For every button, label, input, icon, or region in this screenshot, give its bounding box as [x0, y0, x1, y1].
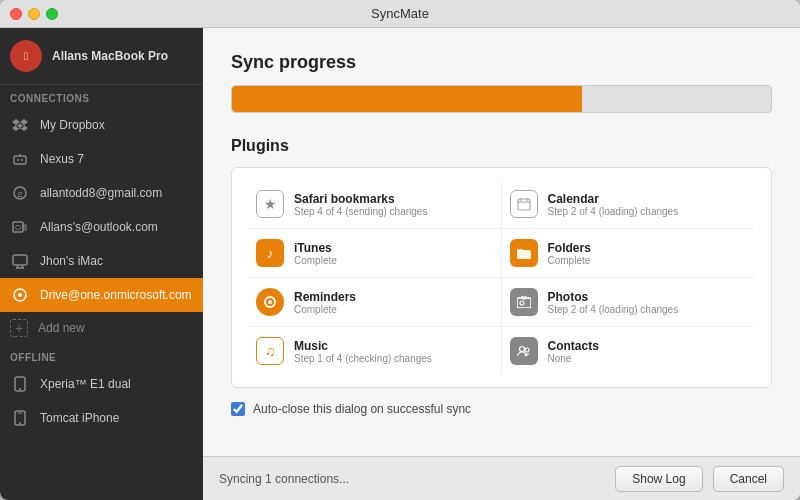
itunes-status: Complete — [294, 255, 337, 266]
sidebar-item-xperia[interactable]: Xperia™ E1 dual — [0, 367, 203, 401]
svg-text:O: O — [15, 223, 21, 232]
svg-point-5 — [21, 159, 23, 161]
plugin-calendar: Calendar Step 2 of 4 (loading) changes — [502, 180, 756, 229]
plugin-music: ♫ Music Step 1 of 4 (checking) changes — [248, 327, 502, 375]
svg-text:g: g — [18, 188, 23, 199]
iphone-icon — [10, 408, 30, 428]
sync-progress-title: Sync progress — [231, 52, 772, 73]
google-icon: g — [10, 183, 30, 203]
svg-point-33 — [519, 347, 524, 352]
calendar-status: Step 2 of 4 (loading) changes — [548, 206, 679, 217]
window-title: SyncMate — [371, 6, 429, 21]
auto-close-checkbox[interactable] — [231, 402, 245, 416]
outlook-icon: O — [10, 217, 30, 237]
contacts-status: None — [548, 353, 599, 364]
traffic-lights — [10, 8, 58, 20]
connections-section-header: CONNECTIONS — [0, 85, 203, 108]
contacts-icon — [510, 337, 538, 365]
photos-status: Step 2 of 4 (loading) changes — [548, 304, 679, 315]
itunes-icon: ♪ — [256, 239, 284, 267]
reminders-info: Reminders Complete — [294, 290, 356, 315]
photos-name: Photos — [548, 290, 679, 304]
svg-point-16 — [18, 293, 22, 297]
plugin-safari: ★ Safari bookmarks Step 4 of 4 (sending)… — [248, 180, 502, 229]
main-content:  Allans MacBook Pro CONNECTIONS My Drop… — [0, 28, 800, 500]
onedrive-icon — [10, 285, 30, 305]
sidebar:  Allans MacBook Pro CONNECTIONS My Drop… — [0, 28, 203, 500]
nexus7-label: Nexus 7 — [40, 152, 84, 166]
plugin-itunes: ♪ iTunes Complete — [248, 229, 502, 278]
plugin-photos: Photos Step 2 of 4 (loading) changes — [502, 278, 756, 327]
show-log-button[interactable]: Show Log — [615, 466, 702, 492]
maximize-button[interactable] — [46, 8, 58, 20]
titlebar: SyncMate — [0, 0, 800, 28]
right-panel: Sync progress Plugins ★ Safari bookmarks… — [203, 28, 800, 500]
dropbox-icon — [10, 115, 30, 135]
folders-status: Complete — [548, 255, 591, 266]
add-new-label: Add new — [38, 321, 85, 335]
safari-icon: ★ — [256, 190, 284, 218]
plugins-title: Plugins — [231, 137, 772, 155]
svg-point-34 — [525, 348, 529, 352]
safari-name: Safari bookmarks — [294, 192, 427, 206]
svg-point-18 — [19, 388, 21, 390]
close-button[interactable] — [10, 8, 22, 20]
sidebar-account[interactable]:  Allans MacBook Pro — [0, 28, 203, 85]
xperia-label: Xperia™ E1 dual — [40, 377, 131, 391]
android-icon — [10, 149, 30, 169]
calendar-name: Calendar — [548, 192, 679, 206]
reminders-icon — [256, 288, 284, 316]
tomcat-label: Tomcat iPhone — [40, 411, 119, 425]
svg-rect-22 — [518, 199, 530, 210]
imac-icon — [10, 251, 30, 271]
plugin-folders: Folders Complete — [502, 229, 756, 278]
music-name: Music — [294, 339, 432, 353]
plugins-grid-container: ★ Safari bookmarks Step 4 of 4 (sending)… — [231, 167, 772, 388]
sidebar-item-nexus7[interactable]: Nexus 7 — [0, 142, 203, 176]
sidebar-item-outlook[interactable]: O Allans's@outlook.com — [0, 210, 203, 244]
svg-rect-11 — [13, 255, 27, 265]
plugin-reminders: Reminders Complete — [248, 278, 502, 327]
add-icon: + — [10, 319, 28, 337]
bottom-bar: Syncing 1 connections... Show Log Cancel — [203, 456, 800, 500]
svg-point-4 — [17, 159, 19, 161]
auto-close-label: Auto-close this dialog on successful syn… — [253, 402, 471, 416]
onedrive-label: Drive@one.onmicrosoft.com — [40, 288, 192, 302]
svg-rect-27 — [517, 249, 523, 252]
folders-info: Folders Complete — [548, 241, 591, 266]
safari-info: Safari bookmarks Step 4 of 4 (sending) c… — [294, 192, 427, 217]
auto-close-row: Auto-close this dialog on successful syn… — [231, 402, 772, 416]
sidebar-item-dropbox[interactable]: My Dropbox — [0, 108, 203, 142]
minimize-button[interactable] — [28, 8, 40, 20]
imac-label: Jhon's iMac — [40, 254, 103, 268]
contacts-name: Contacts — [548, 339, 599, 353]
svg-point-21 — [19, 422, 21, 424]
progress-bar-container — [231, 85, 772, 113]
photos-info: Photos Step 2 of 4 (loading) changes — [548, 290, 679, 315]
app-window: SyncMate  Allans MacBook Pro CONNECTION… — [0, 0, 800, 500]
contacts-info: Contacts None — [548, 339, 599, 364]
safari-status: Step 4 of 4 (sending) changes — [294, 206, 427, 217]
plugin-contacts: Contacts None — [502, 327, 756, 375]
sidebar-item-imac[interactable]: Jhon's iMac — [0, 244, 203, 278]
account-name: Allans MacBook Pro — [52, 49, 168, 63]
music-icon: ♫ — [256, 337, 284, 365]
avatar:  — [10, 40, 42, 72]
svg-point-29 — [268, 300, 272, 304]
sidebar-item-tomcat[interactable]: Tomcat iPhone — [0, 401, 203, 435]
svg-rect-10 — [22, 224, 27, 231]
add-new-item[interactable]: + Add new — [0, 312, 203, 344]
reminders-status: Complete — [294, 304, 356, 315]
progress-bar-fill — [232, 86, 582, 112]
gmail-label: allantodd8@gmail.com — [40, 186, 162, 200]
sync-status-text: Syncing 1 connections... — [219, 472, 605, 486]
outlook-label: Allans's@outlook.com — [40, 220, 158, 234]
photos-icon — [510, 288, 538, 316]
music-status: Step 1 of 4 (checking) changes — [294, 353, 432, 364]
calendar-icon — [510, 190, 538, 218]
phone-icon — [10, 374, 30, 394]
svg-rect-2 — [14, 156, 26, 164]
sidebar-item-gmail[interactable]: g allantodd8@gmail.com — [0, 176, 203, 210]
sidebar-item-onedrive[interactable]: Drive@one.onmicrosoft.com — [0, 278, 203, 312]
cancel-button[interactable]: Cancel — [713, 466, 784, 492]
